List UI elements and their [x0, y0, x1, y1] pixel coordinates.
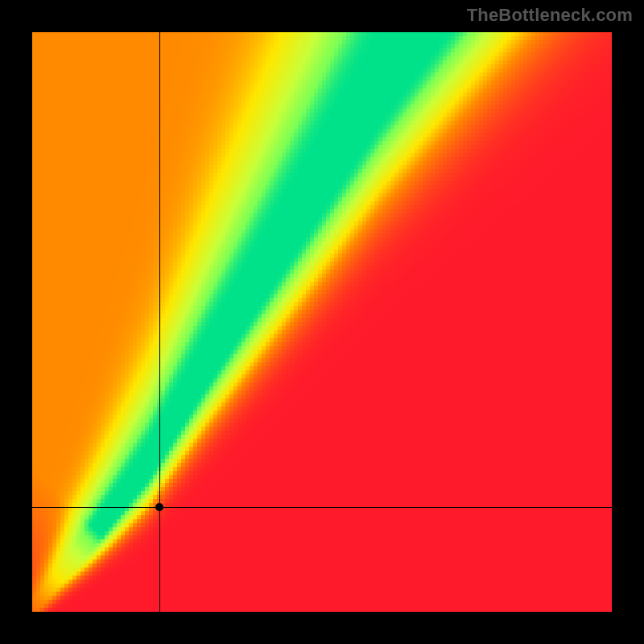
watermark-text: TheBottleneck.com — [467, 5, 633, 26]
crosshair-horizontal — [32, 507, 612, 508]
bottleneck-heatmap — [32, 32, 612, 612]
crosshair-vertical — [159, 32, 160, 612]
marker-dot — [155, 503, 163, 511]
chart-frame: TheBottleneck.com — [0, 0, 644, 644]
plot-area — [32, 32, 612, 612]
